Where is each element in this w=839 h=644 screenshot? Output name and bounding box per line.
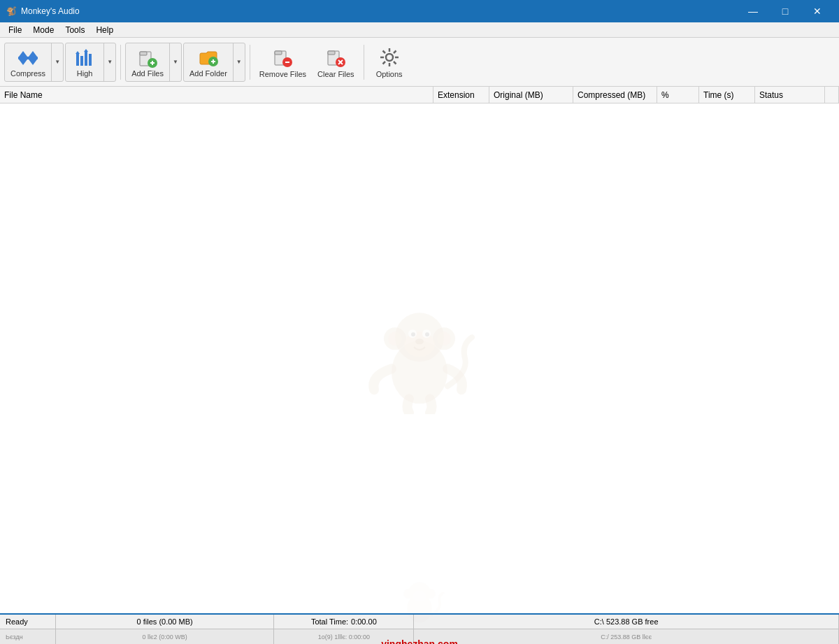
high-label: High <box>77 69 93 78</box>
svg-point-52 <box>425 589 435 599</box>
clear-files-icon <box>324 46 347 69</box>
add-folder-button[interactable]: Add Folder <box>184 43 234 81</box>
col-time[interactable]: Time (s) <box>699 87 755 103</box>
status-ready: Ready <box>0 615 56 629</box>
remove-files-button[interactable]: Remove Files <box>254 41 311 83</box>
svg-point-41 <box>388 331 402 345</box>
col-extra <box>825 87 839 103</box>
file-list-header: File Name Extension Original (MB) Compre… <box>0 87 839 103</box>
separator-3 <box>364 45 364 80</box>
app-icon: 🐒 <box>6 6 17 17</box>
menu-tools[interactable]: Tools <box>59 24 90 36</box>
close-button[interactable]: ✕ <box>801 0 833 22</box>
main-content: File Name Extension Original (MB) Compre… <box>0 87 839 644</box>
compress-group: Compress ▼ <box>4 43 64 82</box>
svg-rect-7 <box>85 51 87 66</box>
col-status[interactable]: Status <box>755 87 825 103</box>
svg-rect-12 <box>140 52 147 55</box>
status-files-2: 0 llє2 (0:00 WB) <box>56 629 274 644</box>
add-files-label: Add Files <box>131 69 164 78</box>
separator-2 <box>250 45 250 80</box>
svg-marker-2 <box>19 59 27 65</box>
high-icon <box>73 47 96 69</box>
file-list-body[interactable] <box>0 103 839 613</box>
title-bar: 🐒 Monkey's Audio — □ ✕ <box>0 0 839 22</box>
svg-line-33 <box>382 50 385 53</box>
high-button[interactable]: High <box>66 43 104 81</box>
col-extension[interactable]: Extension <box>433 87 489 103</box>
svg-point-45 <box>422 329 431 338</box>
svg-point-38 <box>395 313 444 362</box>
clear-files-button[interactable]: Clear Files <box>313 41 359 83</box>
compress-dropdown[interactable]: ▼ <box>52 43 63 81</box>
svg-point-43 <box>404 331 435 357</box>
svg-point-40 <box>433 327 455 350</box>
options-label: Options <box>376 70 403 78</box>
add-folder-label: Add Folder <box>189 69 227 78</box>
svg-rect-20 <box>275 51 282 55</box>
svg-point-53 <box>413 591 426 602</box>
menu-bar: File Mode Tools Help <box>0 22 839 38</box>
svg-point-47 <box>425 332 429 336</box>
toolbar: Compress ▼ High ▼ <box>0 38 839 87</box>
svg-marker-9 <box>76 51 80 54</box>
maximize-button[interactable]: □ <box>769 0 801 22</box>
menu-help[interactable]: Help <box>90 24 119 36</box>
compress-label: Compress <box>10 69 45 78</box>
remove-files-icon <box>271 46 294 69</box>
svg-point-51 <box>403 589 413 599</box>
svg-point-28 <box>386 54 393 61</box>
status-ready-2: Ьєздн <box>0 629 56 644</box>
svg-line-35 <box>394 50 396 53</box>
separator-1 <box>120 45 121 80</box>
svg-rect-18 <box>213 59 214 64</box>
svg-point-44 <box>408 329 417 338</box>
col-percent[interactable]: % <box>657 87 699 103</box>
high-group: High ▼ <box>65 43 116 82</box>
add-folder-dropdown[interactable]: ▼ <box>234 43 245 81</box>
compress-icon <box>17 47 39 69</box>
options-button[interactable]: Options <box>368 41 410 83</box>
menu-mode[interactable]: Mode <box>27 24 59 36</box>
add-files-icon <box>136 47 159 69</box>
options-icon <box>378 46 401 69</box>
add-files-group: Add Files ▼ <box>125 43 182 82</box>
svg-rect-8 <box>89 54 92 66</box>
svg-marker-10 <box>84 49 88 52</box>
svg-rect-24 <box>328 51 335 55</box>
col-compressed[interactable]: Compressed (MB) <box>573 87 657 103</box>
svg-rect-22 <box>285 62 289 63</box>
svg-rect-0 <box>18 57 38 59</box>
high-dropdown[interactable]: ▼ <box>104 43 115 81</box>
window-controls: — □ ✕ <box>737 0 833 22</box>
remove-files-label: Remove Files <box>259 70 306 78</box>
add-files-button[interactable]: Add Files <box>126 43 170 81</box>
total-time-value: 0:00.00 <box>351 617 377 626</box>
svg-rect-15 <box>152 61 153 65</box>
status-drive: C:\ 523.88 GB free <box>414 615 839 629</box>
svg-point-46 <box>411 332 415 336</box>
svg-point-37 <box>392 341 447 403</box>
svg-rect-6 <box>80 56 83 66</box>
svg-marker-4 <box>29 59 37 65</box>
svg-point-39 <box>384 327 406 350</box>
svg-rect-5 <box>76 53 79 66</box>
compress-button[interactable]: Compress <box>5 43 52 81</box>
add-files-dropdown[interactable]: ▼ <box>170 43 181 81</box>
status-drive-2: C:/ 253.88 GB llєє <box>414 629 839 644</box>
clear-files-label: Clear Files <box>317 70 354 78</box>
monkey-watermark <box>357 288 482 416</box>
col-filename[interactable]: File Name <box>0 87 433 103</box>
svg-line-34 <box>394 62 396 64</box>
svg-point-42 <box>437 331 451 345</box>
bottom-monkey-watermark <box>385 571 454 637</box>
svg-point-48 <box>415 338 424 344</box>
status-files: 0 files (0.00 MB) <box>56 615 274 629</box>
add-folder-icon <box>197 47 220 69</box>
svg-line-36 <box>382 62 385 64</box>
svg-marker-1 <box>19 51 27 57</box>
add-folder-group: Add Folder ▼ <box>183 43 245 82</box>
minimize-button[interactable]: — <box>737 0 769 22</box>
col-original[interactable]: Original (MB) <box>489 87 573 103</box>
menu-file[interactable]: File <box>3 24 27 36</box>
